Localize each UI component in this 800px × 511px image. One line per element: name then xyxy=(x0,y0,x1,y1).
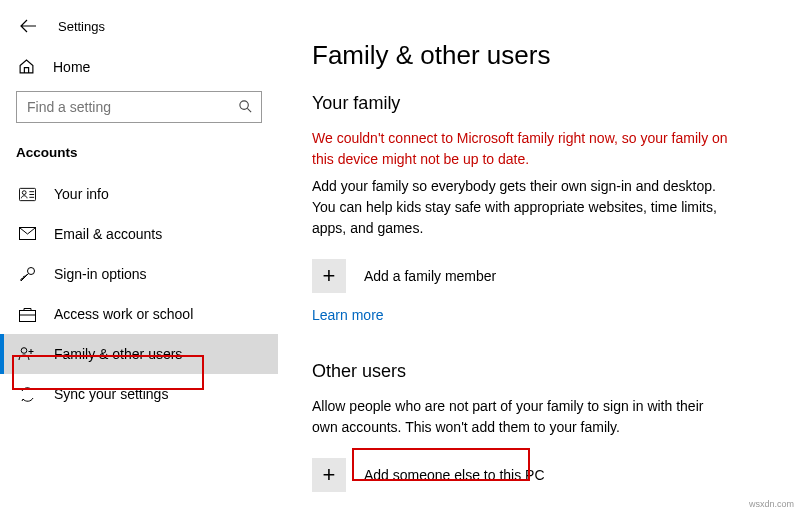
sidebar-item-label: Family & other users xyxy=(54,346,182,362)
back-icon[interactable] xyxy=(18,16,38,36)
sidebar: Settings Home Accounts Your info Email &… xyxy=(0,0,278,511)
svg-point-0 xyxy=(240,101,248,109)
svg-point-6 xyxy=(21,348,27,354)
svg-point-2 xyxy=(22,190,26,194)
sidebar-item-sync[interactable]: Sync your settings xyxy=(0,374,278,414)
sidebar-item-label: Sign-in options xyxy=(54,266,147,282)
home-link[interactable]: Home xyxy=(0,48,278,85)
add-family-label: Add a family member xyxy=(364,268,496,284)
plus-icon: + xyxy=(312,458,346,492)
family-error: We couldn't connect to Microsoft family … xyxy=(312,128,730,170)
watermark: wsxdn.com xyxy=(749,499,794,509)
sidebar-item-label: Sync your settings xyxy=(54,386,168,402)
people-plus-icon xyxy=(18,345,36,363)
family-heading: Your family xyxy=(312,93,730,114)
sidebar-item-family[interactable]: Family & other users xyxy=(0,334,278,374)
add-other-button[interactable]: + Add someone else to this PC xyxy=(312,458,730,492)
add-other-label: Add someone else to this PC xyxy=(364,467,545,483)
sidebar-item-label: Your info xyxy=(54,186,109,202)
home-label: Home xyxy=(53,59,90,75)
key-icon xyxy=(18,265,36,283)
header-row: Settings xyxy=(0,12,278,40)
add-family-button[interactable]: + Add a family member xyxy=(312,259,730,293)
search-wrap xyxy=(16,91,262,123)
person-card-icon xyxy=(18,185,36,203)
sidebar-item-label: Access work or school xyxy=(54,306,193,322)
other-heading: Other users xyxy=(312,361,730,382)
sync-icon xyxy=(18,385,36,403)
sidebar-item-signin[interactable]: Sign-in options xyxy=(0,254,278,294)
family-body: Add your family so everybody gets their … xyxy=(312,176,730,239)
section-header: Accounts xyxy=(0,141,278,164)
search-icon[interactable] xyxy=(238,99,254,115)
sidebar-item-label: Email & accounts xyxy=(54,226,162,242)
window-title: Settings xyxy=(58,19,105,34)
sidebar-item-email[interactable]: Email & accounts xyxy=(0,214,278,254)
other-body: Allow people who are not part of your fa… xyxy=(312,396,730,438)
briefcase-icon xyxy=(18,305,36,323)
home-icon xyxy=(18,58,35,75)
main-content: Family & other users Your family We coul… xyxy=(312,40,730,506)
svg-rect-5 xyxy=(19,310,35,321)
sidebar-item-work[interactable]: Access work or school xyxy=(0,294,278,334)
mail-icon xyxy=(18,225,36,243)
page-title: Family & other users xyxy=(312,40,730,71)
plus-icon: + xyxy=(312,259,346,293)
svg-point-4 xyxy=(27,267,34,274)
learn-more-link[interactable]: Learn more xyxy=(312,307,730,323)
search-input[interactable] xyxy=(16,91,262,123)
sidebar-item-your-info[interactable]: Your info xyxy=(0,174,278,214)
